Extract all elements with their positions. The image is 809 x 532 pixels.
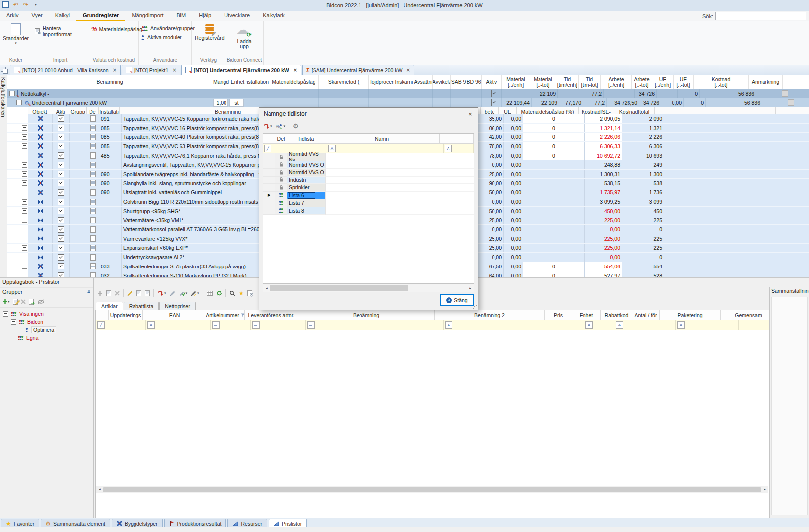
tab-kalkylutforskaren[interactable]: Kalkylutforskaren xyxy=(0,75,7,277)
column-header-ean[interactable]: EAN xyxy=(143,310,206,320)
under-row[interactable]: ⚙Undercentral Fjärrvärme 200 kW1,00st22 … xyxy=(7,98,809,107)
paslag-cell[interactable]: 0 xyxy=(523,133,585,141)
gear-icon[interactable]: ⚙ xyxy=(293,123,299,129)
menu-arkiv[interactable]: Arkiv xyxy=(0,11,25,21)
paslag-cell[interactable]: 0 xyxy=(523,262,585,271)
column-header-enhet[interactable]: Enhet xyxy=(572,310,601,320)
expand-icon[interactable] xyxy=(22,273,27,277)
tidlista-name[interactable]: Sprinkler xyxy=(287,184,326,192)
namn-cell[interactable] xyxy=(326,169,441,177)
checkbox-checked[interactable] xyxy=(58,125,64,131)
tree-item-bidcon[interactable]: Bidcon xyxy=(2,318,93,326)
menu-hjälp[interactable]: Hjälp xyxy=(192,11,218,21)
column-header-avs-ttni[interactable]: Avsättni xyxy=(414,75,433,89)
row-selector[interactable] xyxy=(263,199,275,207)
paslag-cell[interactable] xyxy=(523,234,585,243)
expand-icon[interactable] xyxy=(22,236,27,241)
column-header-antal-f-r[interactable]: Antal / för xyxy=(632,310,660,320)
checkbox-checked[interactable] xyxy=(58,162,64,168)
standarder-button[interactable]: Standarder ▾ xyxy=(1,23,31,57)
note-button[interactable] xyxy=(782,90,788,97)
kostnad-se-cell[interactable]: 554,06 xyxy=(585,262,622,271)
menu-kalkylark[interactable]: Kalkylark xyxy=(256,11,291,21)
scroll-left-icon[interactable]: ◄ xyxy=(96,488,103,491)
checkbox-checked[interactable] xyxy=(491,99,492,106)
checkbox-checked[interactable] xyxy=(491,90,492,97)
column-header-ben-mning[interactable]: Benämning xyxy=(7,75,213,89)
column-header-anm-rkning[interactable]: Anmärkning xyxy=(749,75,783,89)
kostnad-se-cell[interactable]: 1 735,97 xyxy=(585,188,622,197)
column-header-uppdaterings[interactable]: Uppdaterings xyxy=(109,310,143,320)
expand-icon[interactable] xyxy=(22,199,27,205)
expand-icon[interactable] xyxy=(22,208,27,214)
column-header-tid[interactable]: Tid[tim-tot] xyxy=(579,75,601,89)
pencil-icon[interactable] xyxy=(127,290,133,296)
checkbox-checked[interactable] xyxy=(58,143,64,149)
checkbox-checked[interactable] xyxy=(58,235,64,242)
namn-cell[interactable] xyxy=(326,161,441,169)
collapse-icon[interactable] xyxy=(9,91,15,96)
save-icon[interactable] xyxy=(2,1,10,9)
paslag-cell[interactable] xyxy=(523,216,585,225)
tidlista-row[interactable]: Normtid VVS O xyxy=(263,169,474,177)
checkbox-checked[interactable] xyxy=(58,263,64,269)
row-selector[interactable] xyxy=(263,184,275,192)
expand-icon[interactable] xyxy=(22,125,27,131)
column-header-material[interactable]: Material[..-tot] xyxy=(530,75,556,89)
kostnad-se-cell[interactable]: 3 099,25 xyxy=(585,197,622,206)
column-header-arbete[interactable]: Arbete[..-tot] xyxy=(632,75,652,89)
tree-item-visa-ingen[interactable]: Visa ingen xyxy=(2,310,93,318)
checkbox-checked[interactable] xyxy=(58,272,64,277)
kostnad-se-cell[interactable]: 527,97 xyxy=(585,271,622,277)
search-input[interactable] xyxy=(715,12,806,20)
column-header-m-ngd[interactable]: Mängd xyxy=(213,75,229,89)
column-header-pris[interactable]: Pris xyxy=(545,310,572,320)
column-header-ue[interactable]: UE[../enh] xyxy=(652,75,674,89)
redo-icon[interactable]: ↷ xyxy=(22,1,30,9)
paslag-cell[interactable] xyxy=(523,170,585,178)
close-icon[interactable]: × xyxy=(113,67,117,73)
doc-tab[interactable]: [NTO] Undercentral Fjärrvärme 200 kW× xyxy=(181,65,301,75)
import-page-icon[interactable] xyxy=(29,299,35,305)
pen-icon[interactable] xyxy=(170,290,176,296)
row-selector[interactable] xyxy=(263,161,275,169)
tidlista-row[interactable]: Normtid VVS O xyxy=(263,161,474,169)
search-icon[interactable] xyxy=(229,290,235,296)
column-header-insk-rni[interactable]: Inskärni xyxy=(394,75,414,89)
checkbox-checked[interactable] xyxy=(58,208,64,214)
filter-cell-ean[interactable]: A xyxy=(146,320,211,330)
delete-icon[interactable] xyxy=(21,299,26,304)
paslag-cell[interactable]: 0 xyxy=(523,271,585,277)
dialog-hscrollbar[interactable]: ◄ ► xyxy=(263,284,474,292)
column-header-tid[interactable]: Tid[tim/enh] xyxy=(556,75,579,89)
tidlista-name[interactable]: Lista 8 xyxy=(287,207,326,215)
dialog-col-del[interactable]: Del xyxy=(275,134,287,143)
collapse-icon[interactable] xyxy=(3,311,8,317)
tidlista-name[interactable]: Lista 7 xyxy=(287,199,326,207)
column-header-artikelnummer[interactable]: Artikelnummer xyxy=(206,310,245,320)
refresh-icon[interactable] xyxy=(216,290,222,296)
scrollbar-thumb[interactable] xyxy=(103,487,761,492)
expand-icon[interactable] xyxy=(22,180,27,186)
paslag-cell[interactable] xyxy=(523,253,585,262)
checkbox-checked[interactable] xyxy=(58,217,64,223)
filter-cell-leverant-rens-artnr-[interactable] xyxy=(251,320,306,330)
tree-item-egna[interactable]: Egna xyxy=(2,334,93,342)
filter-edit-icon[interactable]: ╱ xyxy=(96,320,110,330)
stang-button[interactable]: ✕ Stäng xyxy=(440,294,474,306)
paslag-cell[interactable] xyxy=(523,188,585,197)
doc-tab[interactable]: [NTO] Projekt1× xyxy=(122,65,180,75)
namn-cell[interactable] xyxy=(326,153,441,161)
undo-icon[interactable]: ↶ xyxy=(12,1,20,9)
checkbox-checked[interactable] xyxy=(58,199,64,205)
menu-grundregister[interactable]: Grundregister xyxy=(76,11,125,21)
add-icon[interactable]: ▾ xyxy=(2,299,10,304)
column-header-avvikels[interactable]: Avvikels xyxy=(433,75,451,89)
namn-cell[interactable] xyxy=(326,199,441,207)
column-header-h-jdprocen[interactable]: Höjdprocen xyxy=(369,75,394,89)
expand-icon[interactable] xyxy=(22,116,27,121)
column-header-paketering[interactable]: Paketering xyxy=(660,310,721,320)
pin-icon[interactable] xyxy=(87,289,91,295)
menu-kalkyl[interactable]: Kalkyl xyxy=(49,11,76,21)
tree-item-optimera[interactable]: Optimera xyxy=(2,326,93,334)
